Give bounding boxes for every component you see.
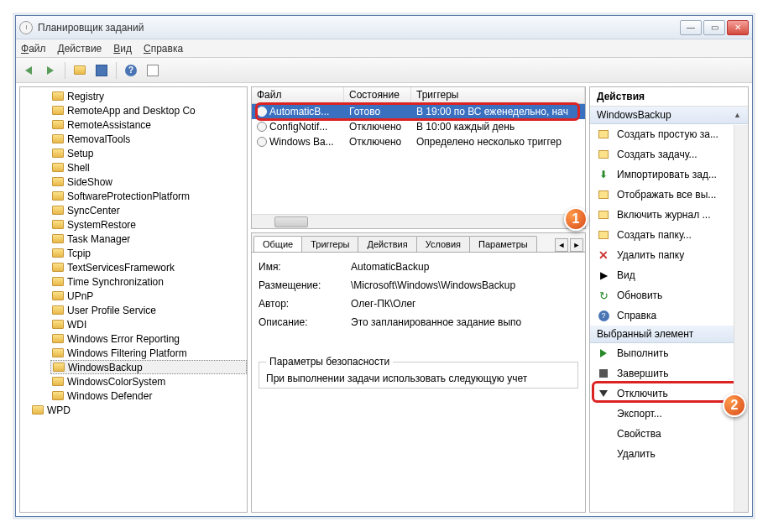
action-item[interactable]: ⬇Импортировать зад... xyxy=(590,164,748,185)
tree-item[interactable]: Registry xyxy=(50,89,247,103)
tree-item[interactable]: WindowsBackup xyxy=(50,360,247,374)
tree-item[interactable]: Windows Error Reporting xyxy=(50,331,247,346)
action-group-1[interactable]: WindowsBackup▲ xyxy=(590,107,748,124)
security-text: При выполнении задачи использовать следу… xyxy=(266,373,571,384)
menu-help[interactable]: Справка xyxy=(144,43,183,55)
titlebar: Планировщик заданий — ▭ ✕ xyxy=(16,16,752,39)
security-legend: Параметры безопасности xyxy=(266,356,393,368)
folder-icon xyxy=(52,163,64,172)
action-item[interactable]: ▶Вид▶ xyxy=(590,265,748,285)
tab-nav-left[interactable]: ◄ xyxy=(555,238,568,252)
tree-item[interactable]: Setup xyxy=(50,146,247,160)
folder-icon xyxy=(52,120,64,129)
folder-icon xyxy=(52,234,64,243)
actions-panel: Действия WindowsBackup▲ Создать простую … xyxy=(589,86,749,513)
desc-label: Описание: xyxy=(259,316,351,328)
tree-item[interactable]: SoftwareProtectionPlatform xyxy=(50,189,247,203)
actions-scrollbar[interactable] xyxy=(734,125,748,512)
col-triggers[interactable]: Триггеры xyxy=(411,87,585,103)
col-state[interactable]: Состояние xyxy=(344,87,411,103)
tree-item[interactable]: RemoteApp and Desktop Co xyxy=(50,103,247,117)
task-header: Файл Состояние Триггеры xyxy=(252,87,585,104)
tree-item[interactable]: SystemRestore xyxy=(50,217,247,232)
menu-action[interactable]: Действие xyxy=(58,43,102,55)
task-row[interactable]: AutomaticB...ГотовоВ 19:00 по ВС еженеде… xyxy=(252,104,585,119)
close-button[interactable]: ✕ xyxy=(727,20,749,35)
action-item[interactable]: Создать задачу... xyxy=(590,144,748,164)
folder-icon xyxy=(52,106,64,115)
folder-icon xyxy=(53,362,65,372)
view-button[interactable] xyxy=(92,61,111,80)
tree-item[interactable]: Windows Defender xyxy=(50,389,247,403)
annotation-badge-2: 2 xyxy=(723,394,746,417)
action-item[interactable]: ?Справка xyxy=(590,305,748,326)
tab-1[interactable]: Триггеры xyxy=(301,236,358,252)
tree-item[interactable]: Time Synchronization xyxy=(50,274,247,289)
action-group-2[interactable]: Выбранный элемент▲ xyxy=(590,326,748,343)
app-icon xyxy=(19,21,33,34)
tab-general-body: Имя:AutomaticBackup Размещение:\Microsof… xyxy=(252,252,585,512)
toolbar: ? xyxy=(16,58,752,83)
tree-item[interactable]: User Profile Service xyxy=(50,303,247,317)
help-button[interactable]: ? xyxy=(122,61,140,80)
tree-panel[interactable]: RegistryRemoteApp and Desktop CoRemoteAs… xyxy=(19,86,248,513)
tree-item[interactable]: WDI xyxy=(50,317,247,331)
tree-item[interactable]: Task Manager xyxy=(50,232,247,246)
action-item[interactable]: Отображать все вы... xyxy=(590,185,748,205)
action-item[interactable]: Включить журнал ... xyxy=(590,205,748,225)
forward-button[interactable] xyxy=(41,61,60,80)
menu-view[interactable]: Вид xyxy=(113,43,132,55)
folder-icon xyxy=(52,277,64,286)
author-value: Олег-ПК\Олег xyxy=(351,298,578,310)
tree-item[interactable]: Shell xyxy=(50,160,247,175)
folder-icon xyxy=(52,177,64,186)
tree-item[interactable]: RemovalTools xyxy=(50,132,247,146)
action-item[interactable]: ↻Обновить xyxy=(590,285,748,305)
menu-file[interactable]: Файл xyxy=(21,43,46,55)
annotation-highlight-2 xyxy=(592,381,744,403)
detail-panel: ОбщиеТриггерыДействияУсловияПараметры◄ ►… xyxy=(251,232,586,513)
action-item[interactable]: Выполнить xyxy=(590,343,748,363)
folder-icon xyxy=(52,263,64,272)
tab-4[interactable]: Параметры xyxy=(469,236,537,252)
folder-icon xyxy=(52,248,64,258)
folder-icon xyxy=(52,391,64,400)
tree-item[interactable]: SideShow xyxy=(50,175,247,189)
name-value: AutomaticBackup xyxy=(351,261,578,273)
action-item[interactable]: Создать папку... xyxy=(590,225,748,245)
tree-item[interactable]: Windows Filtering Platform xyxy=(50,346,247,360)
tab-3[interactable]: Условия xyxy=(416,236,470,252)
up-button[interactable] xyxy=(71,61,89,80)
tree-item[interactable]: TextServicesFramework xyxy=(50,260,247,274)
tabs: ОбщиеТриггерыДействияУсловияПараметры◄ ► xyxy=(252,233,585,252)
action-item[interactable]: Свойства xyxy=(590,424,748,444)
col-file[interactable]: Файл xyxy=(252,87,344,103)
maximize-button[interactable]: ▭ xyxy=(703,20,725,35)
tree-item[interactable]: WindowsColorSystem xyxy=(50,374,247,389)
panel-button[interactable] xyxy=(144,61,162,80)
folder-icon xyxy=(52,348,64,357)
tab-nav-right[interactable]: ► xyxy=(570,238,583,252)
task-list-panel: Файл Состояние Триггеры AutomaticB...Гот… xyxy=(251,86,586,229)
tree-item[interactable]: RemoteAssistance xyxy=(50,117,247,132)
tree-item[interactable]: SyncCenter xyxy=(50,203,247,217)
clock-icon xyxy=(257,137,267,147)
folder-icon xyxy=(52,191,64,201)
tab-0[interactable]: Общие xyxy=(253,236,302,252)
task-row[interactable]: Windows Ba...ОтключеноОпределено несколь… xyxy=(252,134,585,149)
tab-2[interactable]: Действия xyxy=(358,236,416,252)
action-item[interactable]: Экспорт...2 xyxy=(590,404,748,424)
minimize-button[interactable]: — xyxy=(680,20,702,35)
action-item[interactable]: Завершить xyxy=(590,363,748,383)
action-item[interactable]: ✕Удалить папку xyxy=(590,245,748,265)
folder-icon xyxy=(52,134,64,143)
horizontal-scrollbar[interactable] xyxy=(252,214,585,228)
tree-item[interactable]: UPnP xyxy=(50,289,247,303)
content-area: RegistryRemoteApp and Desktop CoRemoteAs… xyxy=(16,83,752,516)
action-item[interactable]: Создать простую за... xyxy=(590,124,748,144)
action-item[interactable]: Удалить xyxy=(590,444,748,464)
tree-item[interactable]: Tcpip xyxy=(50,246,247,260)
tree-item[interactable]: WPD xyxy=(30,403,247,417)
back-button[interactable] xyxy=(19,61,38,80)
task-row[interactable]: ConfigNotif...ОтключеноВ 10:00 каждый де… xyxy=(252,119,585,134)
